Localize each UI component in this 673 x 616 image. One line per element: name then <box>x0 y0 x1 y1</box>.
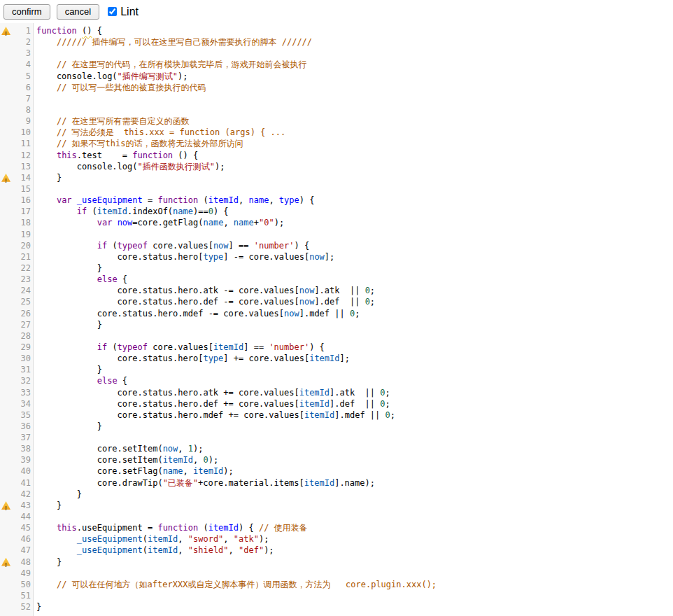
lint-warning-icon[interactable] <box>1 174 10 182</box>
code-line[interactable]: 33 core.status.hero.atk += core.values[i… <box>0 387 673 398</box>
code-line[interactable]: 18 var now=core.getFlag(name, name+"0"); <box>0 217 673 228</box>
code-line[interactable]: 31 } <box>0 364 673 375</box>
code-line[interactable]: 35 core.status.hero.mdef += core.values[… <box>0 410 673 421</box>
code-line[interactable]: 29 if (typeof core.values[itemId] == 'nu… <box>0 342 673 353</box>
code-line[interactable]: 28 <box>0 330 673 342</box>
code-line[interactable]: 5 console.log("插件编写测试"); <box>0 71 673 82</box>
code-text <box>34 93 36 104</box>
code-editor[interactable]: 1function () {2 ////// 插件编写，可以在这里写自己额外需要… <box>0 23 673 616</box>
code-line[interactable]: 4 // 在这里写的代码，在所有模块加载完毕后，游戏开始前会被执行 <box>0 59 673 70</box>
code-token: , <box>223 534 233 544</box>
code-line[interactable]: 32 else { <box>0 375 673 386</box>
code-line[interactable]: 25 core.status.hero.def -= core.values[n… <box>0 296 673 307</box>
code-token: itemId <box>193 466 223 476</box>
code-line[interactable]: 47 _useEquipment(itemId, "shield", "def"… <box>0 545 673 556</box>
line-number: 44 <box>12 511 34 522</box>
code-line[interactable]: 37 <box>0 432 673 443</box>
code-line[interactable]: 24 core.status.hero.atk -= core.values[n… <box>0 285 673 296</box>
code-line[interactable]: 3 <box>0 48 673 59</box>
code-line[interactable]: 1function () { <box>0 25 673 36</box>
code-line[interactable]: 36 } <box>0 421 673 432</box>
code-line[interactable]: 50 // 可以在任何地方（如afterXXX或自定义脚本事件）调用函数，方法为… <box>0 579 673 590</box>
code-line[interactable]: 19 <box>0 229 673 240</box>
code-line[interactable]: 51 <box>0 590 673 601</box>
code-line[interactable]: 23 else { <box>0 274 673 285</box>
lint-checkbox[interactable] <box>108 7 117 16</box>
line-number: 24 <box>12 285 34 296</box>
code-token: ); <box>193 444 203 454</box>
code-line[interactable]: 48 } <box>0 556 673 568</box>
code-line[interactable]: 26 core.status.hero.mdef -= core.values[… <box>0 308 673 319</box>
cancel-button[interactable]: cancel <box>57 4 100 20</box>
code-line[interactable]: 9 // 在这里写所有需要自定义的函数 <box>0 115 673 127</box>
code-token: ( <box>143 545 148 555</box>
code-token: )== <box>193 206 208 216</box>
line-number: 15 <box>12 183 34 195</box>
confirm-button[interactable]: confirm <box>3 4 50 20</box>
code-line[interactable]: 14 } <box>0 172 673 183</box>
code-token: core.status.hero[ <box>36 354 203 363</box>
code-token: } <box>36 489 82 499</box>
code-token <box>72 195 77 205</box>
code-line[interactable]: 17 if (itemId.indexOf(name)==0) { <box>0 206 673 217</box>
code-line[interactable]: 41 core.drawTip("已装备"+core.material.item… <box>0 477 673 489</box>
code-token: function <box>36 26 77 36</box>
code-line[interactable]: 13 console.log("插件函数执行测试"); <box>0 161 673 172</box>
code-line[interactable]: 10 // 写法必须是 this.xxx = function (args) {… <box>0 127 673 138</box>
code-line[interactable]: 2 ////// 插件编写，可以在这里写自己额外需要执行的脚本 ////// <box>0 36 673 48</box>
code-token: ); <box>215 162 225 172</box>
code-line[interactable]: 20 if (typeof core.values[now] == 'numbe… <box>0 240 673 251</box>
gutter-marker-cell <box>0 489 12 500</box>
line-number: 13 <box>12 161 34 172</box>
code-token: now <box>299 286 315 295</box>
code-text <box>34 48 36 59</box>
code-line[interactable]: 30 core.status.hero[type] += core.values… <box>0 353 673 364</box>
code-line[interactable]: 6 // 可以写一些其他的被直接执行的代码 <box>0 82 673 93</box>
lint-warning-icon[interactable] <box>1 501 10 510</box>
code-token: 1 <box>188 444 193 454</box>
code-text <box>34 104 36 115</box>
code-line[interactable]: 45 this.useEquipment = function (itemId)… <box>0 522 673 533</box>
code-line[interactable]: 21 core.status.hero[type] -= core.values… <box>0 251 673 262</box>
code-token: name <box>234 218 254 227</box>
code-line[interactable]: 39 core.setItem(itemId, 0); <box>0 454 673 465</box>
code-line[interactable]: 27 } <box>0 319 673 330</box>
code-token: .indexOf( <box>127 206 173 216</box>
code-line[interactable]: 34 core.status.hero.def += core.values[i… <box>0 398 673 410</box>
lint-warning-icon[interactable] <box>1 558 10 566</box>
code-token: function <box>132 150 173 160</box>
gutter-marker-cell <box>0 115 12 127</box>
gutter-marker-cell <box>0 285 12 296</box>
gutter-marker-cell <box>0 353 12 364</box>
code-line[interactable]: 43 } <box>0 500 673 511</box>
lint-warning-icon[interactable] <box>1 27 10 35</box>
code-line[interactable]: 15 <box>0 183 673 195</box>
code-token: this <box>57 523 77 533</box>
gutter-marker-cell <box>0 82 12 93</box>
code-line[interactable]: 22 } <box>0 262 673 274</box>
code-text: core.status.hero.def += core.values[item… <box>34 398 390 410</box>
code-line[interactable]: 46 _useEquipment(itemId, "sword", "atk")… <box>0 533 673 545</box>
code-text: core.status.hero.atk -= core.values[now]… <box>34 285 375 296</box>
code-line[interactable]: 52} <box>0 601 673 612</box>
code-line[interactable]: 16 var _useEquipment = function (itemId,… <box>0 195 673 206</box>
code-text: core.status.hero[type] += core.values[it… <box>34 353 350 364</box>
code-line[interactable]: 38 core.setItem(now, 1); <box>0 443 673 454</box>
gutter-marker-cell <box>0 262 12 274</box>
code-token: "已装备" <box>163 478 198 488</box>
code-line[interactable]: 12 this.test = function () { <box>0 150 673 161</box>
code-line[interactable]: 49 <box>0 568 673 579</box>
code-text: } <box>34 262 102 274</box>
code-text: core.status.hero.mdef += core.values[ite… <box>34 410 395 421</box>
code-text <box>34 229 36 240</box>
gutter-marker-cell <box>0 410 12 421</box>
code-token <box>36 241 97 251</box>
code-line[interactable]: 42 } <box>0 489 673 500</box>
code-line[interactable]: 40 core.setFlag(name, itemId); <box>0 465 673 477</box>
code-line[interactable]: 7 <box>0 93 673 104</box>
code-line[interactable]: 11 // 如果不写this的话，函数将无法被外部所访问 <box>0 138 673 149</box>
code-line[interactable]: 8 <box>0 104 673 115</box>
code-text: // 写法必须是 this.xxx = function (args) { ..… <box>34 127 285 138</box>
code-token: name <box>249 195 269 205</box>
code-line[interactable]: 44 <box>0 511 673 522</box>
